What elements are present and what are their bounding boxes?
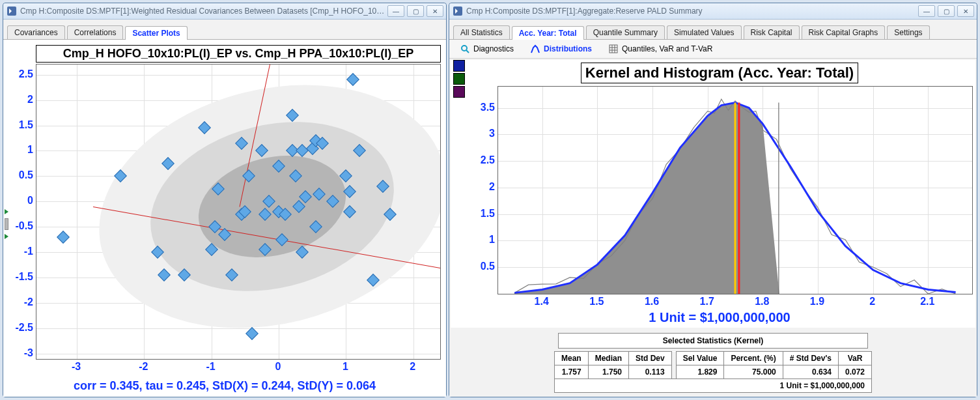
col-selvalue: Sel Value (676, 352, 724, 365)
titlebar-right[interactable]: Cmp H:Composite DS:MPTF[1]:Aggregate:Res… (449, 3, 977, 20)
toolbtn-distributions[interactable]: Distributions (525, 42, 598, 55)
window-reserve-summary: Cmp H:Composite DS:MPTF[1]:Aggregate:Res… (449, 3, 977, 397)
stats-title: Selected Statistics (Kernel) (558, 333, 869, 349)
magnifier-icon (460, 44, 469, 53)
stats-unit-row: 1 Unit = $1,000,000,000 (554, 379, 871, 393)
val-selvalue: 1.829 (676, 365, 724, 379)
tab-quantile-summary[interactable]: Quantile Summary (586, 25, 665, 39)
toolbtn-label: Quantiles, VaR and T-VaR (622, 44, 712, 53)
stats-table: Mean Median Std Dev Sel Value Percent. (… (554, 351, 872, 393)
val-mean: 1.757 (554, 365, 588, 379)
minimize-button[interactable]: — (918, 5, 935, 17)
close-button[interactable]: ✕ (427, 5, 443, 17)
val-var: 0.072 (838, 365, 871, 379)
tab-risk-capital[interactable]: Risk Capital (744, 25, 800, 39)
val-stddev: 0.113 (629, 365, 672, 379)
scatter-title: Cmp_H HOFO_10x10:PL(I)_EP vs. Cmp_H PPA_… (36, 45, 441, 63)
tab-scatter-plots[interactable]: Scatter Plots (125, 26, 187, 40)
tab-correlations[interactable]: Correlations (67, 25, 124, 39)
scatter-y-axis: 2.521.510.50-0.5-1-1.5-2-2.5-3 (8, 64, 36, 360)
maximize-button[interactable]: ▢ (407, 5, 424, 17)
tab-simulated-values[interactable]: Simulated Values (667, 25, 742, 39)
toolbtn-label: Distributions (544, 44, 592, 53)
toolbar-right: Diagnostics Distributions Quantiles, VaR… (449, 40, 977, 59)
toolbtn-quantiles[interactable]: Quantiles, VaR and T-VaR (603, 42, 718, 55)
table-icon (609, 44, 618, 53)
scatter-plot[interactable] (36, 64, 441, 360)
svg-rect-2 (609, 45, 617, 53)
scatter-footer: corr = 0.345, tau = 0.245, StD(X) = 0.24… (8, 378, 441, 394)
tabstrip-left: Covariances Correlations Scatter Plots (3, 20, 446, 40)
scatter-point (57, 231, 70, 244)
distribution-icon (531, 44, 540, 53)
col-var: VaR (838, 352, 871, 365)
tabstrip-right: All Statistics Acc. Year: Total Quantile… (449, 20, 977, 40)
legend-swatches (453, 60, 465, 98)
swatch-blue[interactable] (453, 60, 465, 72)
svg-line-1 (466, 50, 469, 53)
density-plot[interactable] (497, 86, 973, 294)
density-y-axis: 0.511.522.533.5 (466, 86, 497, 294)
minimize-button[interactable]: — (387, 5, 404, 17)
window-title: Cmp H:Composite DS:MPTF[1]:Weighted Resi… (20, 7, 385, 16)
titlebar-left[interactable]: Cmp H:Composite DS:MPTF[1]:Weighted Resi… (3, 3, 446, 20)
tab-settings[interactable]: Settings (887, 25, 929, 39)
col-mean: Mean (554, 352, 588, 365)
col-median: Median (588, 352, 628, 365)
window-title: Cmp H:Composite DS:MPTF[1]:Aggregate:Res… (466, 7, 916, 16)
density-title: Kernel and Histogram (Acc. Year: Total) (581, 63, 858, 83)
scatter-x-axis: -3-2-1012 (36, 360, 441, 378)
maximize-button[interactable]: ▢ (938, 5, 955, 17)
tab-covariances[interactable]: Covariances (7, 25, 65, 39)
stats-block: Selected Statistics (Kernel) Mean Median… (449, 330, 977, 397)
swatch-purple[interactable] (453, 86, 465, 98)
toolbtn-diagnostics[interactable]: Diagnostics (455, 42, 520, 55)
tab-all-statistics[interactable]: All Statistics (453, 25, 510, 39)
val-median: 1.750 (588, 365, 628, 379)
col-percent: Percent. (%) (724, 352, 783, 365)
density-unit-label: 1 Unit = $1,000,000,000 (466, 310, 973, 326)
window-covariances: Cmp H:Composite DS:MPTF[1]:Weighted Resi… (3, 3, 447, 397)
app-icon (453, 7, 462, 16)
density-x-axis: 1.41.51.61.71.81.922.1 (497, 294, 973, 310)
tab-acc-year-total[interactable]: Acc. Year: Total (512, 26, 584, 40)
close-button[interactable]: ✕ (957, 5, 974, 17)
toolbtn-label: Diagnostics (473, 44, 514, 53)
col-stddev: Std Dev (629, 352, 672, 365)
swatch-green[interactable] (453, 73, 465, 85)
app-icon (7, 7, 16, 16)
val-percent: 75.000 (724, 365, 783, 379)
tab-risk-capital-graphs[interactable]: Risk Capital Graphs (802, 25, 886, 39)
val-stddevs: 0.634 (783, 365, 838, 379)
col-stddevs: # Std Dev's (783, 352, 838, 365)
svg-point-0 (462, 46, 467, 51)
